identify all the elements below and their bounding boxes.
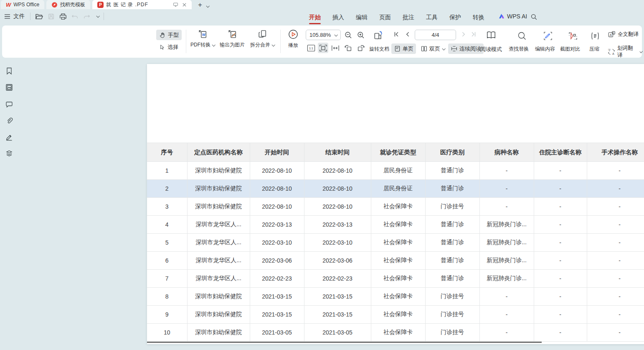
zoom-out-icon[interactable] [344,31,352,39]
play-icon [288,29,299,40]
menu-转换[interactable]: 转换 [467,9,490,25]
fit-width-icon[interactable] [330,43,340,53]
actual-size-icon[interactable]: 1:1 [306,43,316,53]
tab-wps-office[interactable]: W WPS Office [1,0,44,9]
menu-编辑[interactable]: 编辑 [350,9,373,25]
undo-icon[interactable] [71,13,79,20]
chevron-down-icon [334,33,337,36]
table-cell: 9 [147,306,187,324]
table-cell: 深圳市龙华区人... [187,234,250,252]
screenshot-compare-icon[interactable] [568,31,578,41]
thumbnails-panel-icon[interactable] [5,83,13,92]
bookmarks-panel-icon[interactable] [5,67,13,75]
signature-panel-icon[interactable] [5,133,13,141]
attachments-panel-icon[interactable] [5,117,13,125]
pdf-convert-button[interactable]: W PDF转换 [189,29,216,49]
table-cell: 2022-03-13 [304,216,371,234]
word-translate-button[interactable]: 字A 划词翻译 [608,45,642,59]
play-button[interactable]: 播放 [284,29,302,49]
find-replace-icon[interactable] [517,31,527,41]
rotate-doc-icon[interactable] [373,30,384,41]
next-page-icon[interactable] [460,31,467,38]
continuous-read-button[interactable]: 连续阅读 [448,43,484,54]
edit-content-label[interactable]: 编辑内容 [535,46,555,53]
menu-页面[interactable]: 页面 [373,9,397,25]
tab-list-chevron-icon[interactable] [206,4,209,8]
table-cell: 新冠肺炎门诊... [479,252,534,270]
table-cell: 2022-08-10 [304,180,371,198]
table-cell: 4 [147,216,187,234]
menu-工具[interactable]: 工具 [420,9,444,25]
table-cell: - [587,306,644,324]
table-cell: 深圳市妇幼保健院 [187,324,250,342]
fit-page-icon[interactable] [318,43,328,53]
monitor-icon[interactable] [172,2,179,8]
menu-开始[interactable]: 开始 [303,9,327,25]
close-tab-icon[interactable] [182,3,187,7]
select-tool-button[interactable]: 选择 [156,42,182,52]
zoom-level-select[interactable]: 105.88% [306,30,341,40]
quick-access-chevron-icon[interactable] [96,14,99,18]
save-icon[interactable] [48,13,55,20]
table-cell: 深圳市妇幼保健院 [187,288,250,306]
prev-page-icon[interactable] [404,31,411,38]
table-cell: 2022-02-23 [304,270,371,288]
menu-保护[interactable]: 保护 [444,9,467,25]
find-replace-label[interactable]: 查找替换 [509,46,529,53]
compress-icon[interactable] [590,31,600,41]
layers-panel-icon[interactable] [5,149,13,158]
hand-tool-button[interactable]: 手型 [156,30,182,40]
screenshot-compare-label[interactable]: 截图对比 [560,46,580,53]
menu-插入[interactable]: 插入 [327,9,350,25]
page-indicator-input[interactable]: 4/4 [415,30,456,40]
table-cell: - [587,180,644,198]
search-icon[interactable] [530,13,538,20]
rotate-left-icon[interactable] [343,43,353,53]
table-cell: 2022-08-10 [250,198,304,216]
read-mode-label[interactable]: 阅读模式 [480,46,502,53]
table-cell: 社会保障卡 [371,252,425,270]
split-merge-button[interactable]: 拆分合并 [248,29,276,49]
export-image-button[interactable]: 输出为图片 [217,29,247,49]
open-folder-icon[interactable] [35,13,43,20]
file-menu[interactable]: 文件 [4,13,25,20]
table-cell: - [587,198,644,216]
comments-panel-icon[interactable] [5,100,13,109]
edit-content-icon[interactable] [543,31,553,41]
rotate-right-icon[interactable] [355,43,366,53]
tab-docer-templates[interactable]: 找稻壳模板 [46,0,90,9]
file-menu-label: 文件 [13,13,25,20]
pdf-file-icon: P [97,2,104,8]
table-cell: - [479,288,534,306]
full-translate-button[interactable]: A文 全文翻译 [608,31,639,38]
redo-icon[interactable] [83,13,90,20]
chevron-down-icon [271,43,275,46]
last-page-icon[interactable] [470,31,477,38]
table-cell: 2021-03-15 [304,288,371,306]
double-page-button[interactable]: 双页 [418,43,447,54]
table-cell: 新冠肺炎门诊... [479,234,534,252]
print-icon[interactable] [59,13,67,20]
column-header: 序号 [147,143,187,162]
single-page-button[interactable]: 单页 [391,43,416,54]
read-mode-icon[interactable] [486,30,497,41]
table-cell: - [587,216,644,234]
tab-medical-record-pdf[interactable]: P 就 医 记 录 .PDF [92,0,192,9]
wps-ai-button[interactable]: WPS AI [498,13,527,20]
table-cell: 普通门诊 [425,162,479,180]
table-cell: 居民身份证 [371,180,425,198]
new-tab-button[interactable]: + [198,1,202,8]
svg-text:字: 字 [608,49,611,51]
table-cell: 门诊挂号 [425,306,479,324]
table-row: 1深圳市妇幼保健院2022-08-102022-08-10居民身份证普通门诊--… [147,162,644,180]
table-cell: 2022-03-10 [250,234,304,252]
table-row: 8深圳市妇幼保健院2021-03-152021-03-15社会保障卡门诊挂号--… [147,288,644,306]
tab-label: 找稻壳模板 [60,1,85,8]
menu-批注[interactable]: 批注 [397,9,420,25]
compress-label[interactable]: 压缩 [589,46,599,53]
zoom-in-icon[interactable] [357,31,365,39]
rotate-doc-label[interactable]: 旋转文档 [369,46,389,53]
first-page-icon[interactable] [393,31,400,38]
chevron-down-icon [639,50,643,53]
select-tool-label: 选择 [167,43,178,51]
